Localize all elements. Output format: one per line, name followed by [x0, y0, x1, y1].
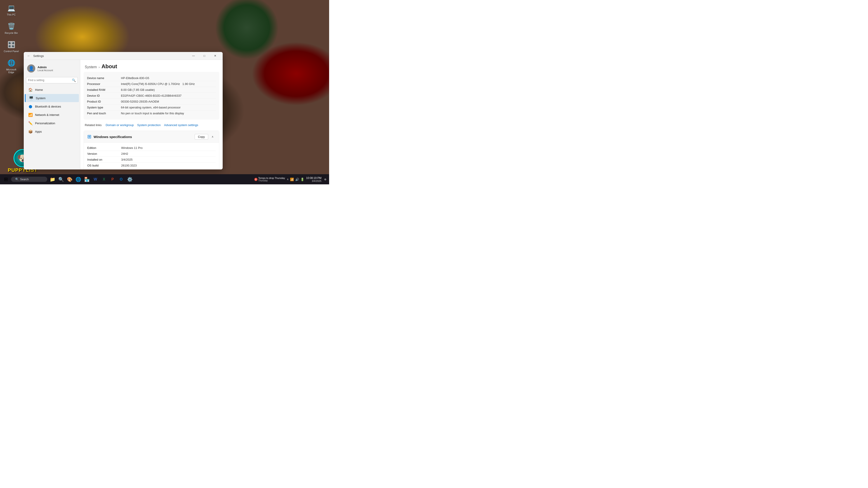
- taskbar-app-excel[interactable]: X: [100, 175, 108, 184]
- related-link-domain[interactable]: Domain or workgroup: [104, 123, 135, 127]
- desktop-icon-control-panel[interactable]: 🎛️ Control Panel: [2, 39, 20, 54]
- win-spec-value-version: 24H2: [121, 152, 128, 156]
- win-spec-value-edition: Windows 11 Pro: [121, 146, 143, 150]
- user-info: Admin Local Account: [37, 66, 53, 72]
- breadcrumb-about: About: [101, 63, 117, 70]
- taskbar-app-file-explorer[interactable]: 📁: [49, 175, 57, 184]
- sidebar-item-apps[interactable]: 📦 Apps: [25, 127, 79, 135]
- spec-label-system-type: System type: [87, 106, 121, 109]
- windows-logo-icon: ⊞: [87, 134, 91, 140]
- personalization-icon: ✏️: [28, 121, 33, 125]
- sidebar-item-home[interactable]: 🏠 Home: [25, 86, 79, 94]
- taskbar-app-paint[interactable]: 🎨: [66, 175, 74, 184]
- desktop-icon-recycle-bin[interactable]: 🗑️ Recycle Bin: [2, 21, 20, 35]
- collapse-button[interactable]: ∧: [209, 133, 216, 140]
- spec-label-device-name: Device name: [87, 76, 121, 80]
- collapse-icon: ∧: [212, 135, 214, 138]
- taskbar-app-browser[interactable]: 🔍: [57, 175, 65, 184]
- breadcrumb: System › About: [80, 60, 223, 72]
- window-title: Settings: [33, 54, 188, 58]
- win-spec-label-version: Version: [87, 152, 121, 156]
- taskbar-app-settings[interactable]: ⚙️: [126, 175, 134, 184]
- user-profile[interactable]: 👤 Admin Local Account: [24, 62, 80, 75]
- spec-label-pen-touch: Pen and touch: [87, 111, 121, 115]
- win-spec-value-os-build: 26100.3323: [121, 164, 137, 167]
- desktop-icons-area: 💻 This PC 🗑️ Recycle Bin 🎛️ Control Pane…: [2, 2, 20, 75]
- sidebar-item-network[interactable]: 📶 Network & internet: [25, 111, 79, 119]
- win-spec-label-installed: Installed on: [87, 158, 121, 161]
- close-button[interactable]: ✕: [210, 52, 220, 59]
- weather-widget-area[interactable]: 3 Temps to drop Thursday Thursday: [254, 177, 285, 182]
- related-link-protection[interactable]: System protection: [136, 123, 162, 127]
- taskbar-app-edge[interactable]: 🌐: [74, 175, 82, 184]
- sidebar-nav: 🏠 Home 🖥️ System ⬤ Bluetooth & devices 📶…: [24, 86, 80, 135]
- clock-date: 3/4/2025: [306, 180, 321, 182]
- search-input[interactable]: [28, 78, 72, 82]
- battery-icon[interactable]: 🔋: [301, 177, 304, 181]
- win-spec-row-version: Version 24H2: [87, 151, 216, 157]
- desktop-icon-edge[interactable]: 🌐 Microsoft Edge: [2, 57, 20, 75]
- search-box[interactable]: 🔍: [26, 77, 78, 84]
- taskbar-app-ppt[interactable]: P: [108, 175, 117, 184]
- recycle-bin-icon: 🗑️: [7, 22, 16, 31]
- spec-label-product-id: Product ID: [87, 100, 121, 103]
- this-pc-label: This PC: [7, 13, 16, 16]
- wifi-icon[interactable]: 📶: [290, 177, 294, 181]
- weather-title: Temps to drop Thursday: [258, 177, 285, 180]
- spec-row-processor: Processor Intel(R) Core(TM) i5-8350U CPU…: [87, 81, 216, 87]
- language-icon: ⊕: [324, 178, 327, 181]
- sidebar-item-system[interactable]: 🖥️ System: [25, 94, 79, 102]
- win-spec-row-edition: Edition Windows 11 Pro: [87, 145, 216, 151]
- sidebar-item-personalization-label: Personalization: [35, 122, 55, 125]
- control-panel-label: Control Panel: [4, 50, 19, 53]
- sidebar-item-network-label: Network & internet: [35, 113, 59, 117]
- back-icon: ←: [27, 54, 30, 58]
- spec-value-device-name: HP-EliteBook-830-G5: [121, 76, 216, 80]
- spec-label-ram: Installed RAM: [87, 88, 121, 92]
- language-button[interactable]: ⊕: [323, 177, 327, 182]
- sidebar: 👤 Admin Local Account 🔍 🏠 Home: [24, 60, 80, 169]
- spec-row-system-type: System type 64-bit operating system, x64…: [87, 105, 216, 110]
- user-account-type: Local Account: [37, 69, 53, 72]
- spec-value-system-type: 64-bit operating system, x64-based proce…: [121, 106, 216, 109]
- sidebar-item-apps-label: Apps: [35, 130, 42, 133]
- avatar: 👤: [27, 64, 35, 72]
- win-spec-label-os-build: OS build: [87, 164, 121, 167]
- system-icon: 🖥️: [29, 96, 33, 100]
- minimize-button[interactable]: —: [188, 52, 199, 59]
- weather-text: Temps to drop Thursday Thursday: [258, 177, 285, 182]
- taskbar-app-store[interactable]: 🏪: [83, 175, 91, 184]
- copy-button[interactable]: Copy: [195, 134, 208, 140]
- sidebar-item-personalization[interactable]: ✏️ Personalization: [25, 119, 79, 127]
- spec-value-ram: 8.00 GB (7.85 GB usable): [121, 88, 216, 92]
- search-icon[interactable]: 🔍: [72, 78, 76, 82]
- spec-value-pen-touch: No pen or touch input is available for t…: [121, 111, 216, 115]
- start-icon: ⊞: [4, 176, 8, 182]
- windows-specs-body: Edition Windows 11 Pro Version 24H2 Inst…: [84, 143, 219, 169]
- weather-badge: 3: [254, 178, 257, 181]
- spec-row-device-id: Device ID ED2FA42F-CB0C-46E6-B32D-4120B6…: [87, 93, 216, 99]
- taskbar-search[interactable]: 🔍 Search: [11, 177, 47, 182]
- device-specs-section: Device name HP-EliteBook-830-G5 Processo…: [84, 72, 219, 120]
- related-link-advanced[interactable]: Advanced system settings: [163, 123, 199, 127]
- maximize-icon: □: [204, 54, 205, 57]
- desktop: 💻 This PC 🗑️ Recycle Bin 🎛️ Control Pane…: [0, 0, 329, 184]
- taskbar-search-label: Search: [20, 178, 29, 181]
- edge-icon: 🌐: [7, 58, 16, 67]
- taskbar: ⊞ 🔍 Search 📁 🔍 🎨 🌐 🏪 W X P O ⚙️ 3: [0, 174, 329, 184]
- maximize-button[interactable]: □: [199, 52, 210, 59]
- weather-subtitle: Thursday: [258, 180, 285, 182]
- volume-icon[interactable]: 🔊: [295, 177, 299, 181]
- sidebar-item-system-label: System: [36, 96, 45, 100]
- win-spec-label-edition: Edition: [87, 146, 121, 150]
- sidebar-item-bluetooth[interactable]: ⬤ Bluetooth & devices: [25, 102, 79, 110]
- win-spec-row-installed: Installed on 3/4/2025: [87, 157, 216, 163]
- clock[interactable]: 10:08:19 PM 3/4/2025: [306, 176, 321, 182]
- chevron-icon[interactable]: ∧: [287, 178, 289, 181]
- start-button[interactable]: ⊞: [2, 175, 10, 184]
- desktop-icon-this-pc[interactable]: 💻 This PC: [2, 2, 20, 17]
- bluetooth-icon: ⬤: [28, 104, 33, 109]
- taskbar-app-word[interactable]: W: [91, 175, 99, 184]
- back-button[interactable]: ←: [26, 53, 31, 59]
- taskbar-app-outlook[interactable]: O: [117, 175, 125, 184]
